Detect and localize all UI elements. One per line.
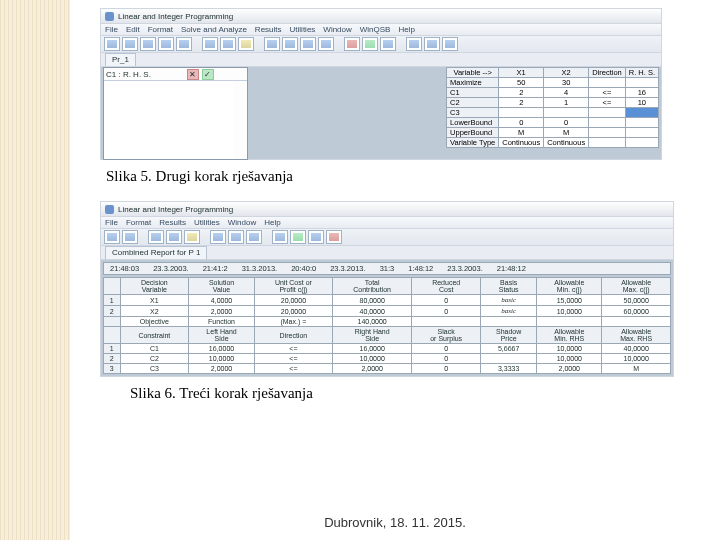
tool-icon[interactable] xyxy=(290,230,306,244)
tool-icon[interactable] xyxy=(210,230,226,244)
time-cell: 23.3.2013. xyxy=(330,264,365,273)
menu-winqsb[interactable]: WinQSB xyxy=(360,25,391,34)
grid-cell[interactable]: <= xyxy=(589,98,626,108)
grid-cell[interactable]: 50 xyxy=(499,78,544,88)
grid-cell[interactable]: 10 xyxy=(625,98,658,108)
menu-results[interactable]: Results xyxy=(255,25,282,34)
menu-edit[interactable]: Edit xyxy=(126,25,140,34)
tool-icon[interactable] xyxy=(300,37,316,51)
menu-file[interactable]: File xyxy=(105,25,118,34)
grid-cell[interactable] xyxy=(499,108,544,118)
tool-icon[interactable] xyxy=(104,37,120,51)
grid-cell[interactable] xyxy=(589,128,626,138)
grid-cell[interactable]: C1 xyxy=(447,88,499,98)
grid-cell: 15,0000 xyxy=(537,295,602,306)
grid-cell[interactable] xyxy=(544,108,589,118)
tool-icon[interactable] xyxy=(158,37,174,51)
grid-cell[interactable]: 16 xyxy=(625,88,658,98)
tool-icon[interactable] xyxy=(442,37,458,51)
tool-icon[interactable] xyxy=(176,37,192,51)
menu-file[interactable]: File xyxy=(105,218,118,227)
tool-icon[interactable] xyxy=(104,230,120,244)
grid-header: AllowableMin. RHS xyxy=(537,327,602,344)
grid-cell[interactable]: 1 xyxy=(544,98,589,108)
tool-icon[interactable] xyxy=(184,230,200,244)
tool-icon[interactable] xyxy=(264,37,280,51)
tool-icon[interactable] xyxy=(344,37,360,51)
tool-icon[interactable] xyxy=(318,37,334,51)
tool-icon[interactable] xyxy=(228,230,244,244)
grid-cell[interactable]: <= xyxy=(589,88,626,98)
menu-utilities[interactable]: Utilities xyxy=(290,25,316,34)
menu-window[interactable]: Window xyxy=(323,25,351,34)
tool-icon[interactable] xyxy=(362,37,378,51)
accept-icon[interactable]: ✓ xyxy=(202,69,214,80)
tool-icon[interactable] xyxy=(380,37,396,51)
grid-cell[interactable] xyxy=(589,78,626,88)
tool-icon[interactable] xyxy=(122,230,138,244)
tool-icon[interactable] xyxy=(140,37,156,51)
menu-help[interactable]: Help xyxy=(264,218,280,227)
menu-results[interactable]: Results xyxy=(159,218,186,227)
menu-format[interactable]: Format xyxy=(148,25,173,34)
grid-cell[interactable]: M xyxy=(544,128,589,138)
tool-icon[interactable] xyxy=(406,37,422,51)
tool-icon[interactable] xyxy=(282,37,298,51)
app-icon xyxy=(105,12,114,21)
tab-problem[interactable]: Pr_1 xyxy=(105,53,136,66)
tool-icon[interactable] xyxy=(424,37,440,51)
grid-cell[interactable]: 0 xyxy=(499,118,544,128)
menu-utilities[interactable]: Utilities xyxy=(194,218,220,227)
grid-cell[interactable] xyxy=(589,108,626,118)
cancel-icon[interactable]: ✕ xyxy=(187,69,199,80)
grid-cell[interactable] xyxy=(625,108,658,118)
grid-cell: 0 xyxy=(412,344,481,354)
menubar: File Edit Format Solve and Analyze Resul… xyxy=(101,24,661,36)
tool-icon[interactable] xyxy=(148,230,164,244)
grid-cell: Objective xyxy=(120,317,189,327)
grid-cell[interactable]: 2 xyxy=(499,98,544,108)
tabbar: Combined Report for P 1 xyxy=(101,246,673,260)
grid-cell[interactable]: C3 xyxy=(447,108,499,118)
grid-cell[interactable]: M xyxy=(499,128,544,138)
tab-report[interactable]: Combined Report for P 1 xyxy=(105,246,207,259)
grid-cell[interactable]: Continuous xyxy=(544,138,589,148)
tool-icon[interactable] xyxy=(122,37,138,51)
tool-icon[interactable] xyxy=(272,230,288,244)
grid-cell[interactable]: Continuous xyxy=(499,138,544,148)
grid-cell[interactable]: Maximize xyxy=(447,78,499,88)
tool-icon[interactable] xyxy=(166,230,182,244)
slide-content: Linear and Integer Programming File Edit… xyxy=(70,0,720,540)
grid-cell[interactable] xyxy=(625,78,658,88)
tool-icon[interactable] xyxy=(220,37,236,51)
tool-icon[interactable] xyxy=(246,230,262,244)
grid-cell[interactable] xyxy=(589,138,626,148)
grid-cell[interactable]: 30 xyxy=(544,78,589,88)
menu-window[interactable]: Window xyxy=(228,218,256,227)
grid-cell[interactable]: Variable Type xyxy=(447,138,499,148)
tool-icon[interactable] xyxy=(238,37,254,51)
grid-cell[interactable]: C2 xyxy=(447,98,499,108)
grid-cell: <= xyxy=(254,354,332,364)
grid-cell[interactable]: 2 xyxy=(499,88,544,98)
grid-header: Variable --> xyxy=(447,68,499,78)
menu-solve[interactable]: Solve and Analyze xyxy=(181,25,247,34)
grid-cell[interactable] xyxy=(625,138,658,148)
grid-cell[interactable] xyxy=(625,118,658,128)
grid-cell: X1 xyxy=(120,295,189,306)
grid-cell: 2,0000 xyxy=(189,306,255,317)
tool-icon[interactable] xyxy=(308,230,324,244)
grid-cell: 4,0000 xyxy=(189,295,255,306)
grid-cell[interactable] xyxy=(589,118,626,128)
screenshot-winqsb-step2: Linear and Integer Programming File Edit… xyxy=(100,8,662,160)
grid-cell[interactable]: UpperBound xyxy=(447,128,499,138)
grid-cell[interactable]: LowerBound xyxy=(447,118,499,128)
menu-format[interactable]: Format xyxy=(126,218,151,227)
grid-cell[interactable]: 0 xyxy=(544,118,589,128)
grid-cell[interactable] xyxy=(625,128,658,138)
tool-icon[interactable] xyxy=(202,37,218,51)
tool-icon[interactable] xyxy=(326,230,342,244)
lp-input-grid[interactable]: Variable -->X1X2DirectionR. H. S.Maximiz… xyxy=(446,67,659,148)
menu-help[interactable]: Help xyxy=(398,25,414,34)
grid-cell[interactable]: 4 xyxy=(544,88,589,98)
